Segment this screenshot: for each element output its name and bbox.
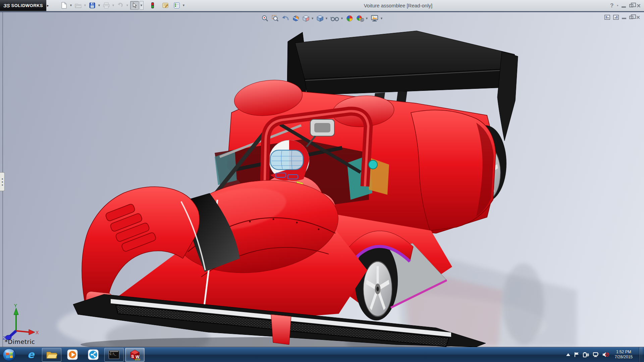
section-view-button[interactable] (292, 14, 300, 22)
print-caret[interactable]: ▼ (111, 1, 115, 10)
display-style-button[interactable] (316, 14, 324, 22)
system-tray: 1:52 PM 7/28/2015 (566, 347, 644, 362)
doc-close-button[interactable]: × (636, 14, 640, 20)
tray-time: 1:52 PM (615, 350, 633, 355)
power-battery-icon[interactable] (583, 352, 589, 357)
restore-button[interactable] (629, 4, 633, 7)
share-app-icon (88, 349, 99, 360)
title-bar: ЗS SOLIDWORKS ▸ ▼ ▼ ▼ ▼ ▼ (0, 0, 644, 11)
view-orientation-button[interactable] (302, 14, 310, 22)
standard-toolbar: ▼ ▼ ▼ ▼ ▼ ▼ (60, 1, 186, 10)
collapse-left-panel-button[interactable]: ◂ (604, 15, 610, 20)
tray-date: 7/28/2015 (615, 355, 633, 360)
ds-logo-mark: ЗS (3, 3, 10, 8)
taskbar-windows-explorer[interactable] (42, 348, 61, 362)
taskbar-share-app[interactable] (84, 348, 103, 362)
edit-note-button[interactable] (161, 1, 170, 10)
folder-icon (46, 350, 57, 359)
view-orientation-label: *Dimetric (5, 338, 35, 345)
triad-x-label: X (36, 330, 39, 335)
internet-explorer-icon: e (28, 350, 34, 360)
triad-y-label: Y (14, 303, 17, 308)
solidworks-2015-icon: S W 2015 (129, 349, 141, 360)
previous-view-button[interactable] (281, 14, 290, 22)
doc-restore-button[interactable] (629, 16, 633, 19)
help-caret[interactable]: ▾ (617, 4, 618, 7)
new-caret[interactable]: ▼ (69, 1, 73, 10)
view-orientation-caret[interactable]: ▼ (311, 17, 314, 20)
edit-appearance-button[interactable] (345, 14, 354, 22)
media-player-icon (67, 349, 78, 360)
taskbar-internet-explorer[interactable]: e (21, 348, 41, 362)
close-button[interactable]: × (637, 2, 641, 9)
network-icon[interactable] (593, 352, 599, 357)
select-caret[interactable]: ▼ (140, 1, 144, 10)
taskbar-media-player[interactable] (63, 348, 82, 362)
window-title: Voiture assomblee [Read-only] (364, 0, 432, 11)
help-button[interactable]: ? (610, 3, 613, 8)
graphics-viewport[interactable]: ▼ ▼ ▼ ▼ ▼ ◂ ▸ × ◄ (0, 12, 644, 347)
doc-minimize-button[interactable] (622, 18, 626, 19)
minimize-button[interactable] (622, 6, 626, 8)
expand-right-panel-button[interactable]: ▸ (613, 15, 619, 20)
options-caret[interactable]: ▼ (182, 1, 186, 10)
menu-flyout-arrow[interactable]: ▸ (47, 3, 49, 8)
flyout-arrow-icon: ◄ (1, 178, 3, 180)
select-tool-button[interactable] (130, 1, 139, 10)
volume-muted-icon[interactable] (602, 352, 609, 357)
windows-taskbar: e C:\_ S W 2015 (0, 347, 644, 362)
zoom-to-fit-button[interactable] (261, 14, 269, 22)
svg-text:S: S (131, 354, 134, 359)
hide-show-caret[interactable]: ▼ (340, 17, 343, 20)
hide-show-items-button[interactable] (330, 14, 339, 22)
flyout-arrow-icon: ◄ (1, 181, 3, 183)
open-button[interactable] (74, 1, 83, 10)
headsup-view-toolbar: ▼ ▼ ▼ ▼ ▼ (261, 14, 383, 22)
options-button[interactable] (172, 1, 181, 10)
solidworks-logo: ЗS SOLIDWORKS (0, 0, 46, 11)
stoplight-button[interactable] (148, 1, 157, 10)
display-style-caret[interactable]: ▼ (325, 17, 328, 20)
logo-text: SOLIDWORKS (11, 3, 43, 8)
save-button[interactable] (88, 1, 97, 10)
undo-caret[interactable]: ▼ (125, 1, 129, 10)
view-settings-button[interactable] (370, 14, 379, 22)
taskbar-command-prompt[interactable]: C:\_ (104, 348, 124, 362)
command-prompt-icon: C:\_ (109, 350, 119, 359)
save-caret[interactable]: ▼ (97, 1, 101, 10)
hidden-icons-button[interactable] (566, 353, 570, 356)
undo-button[interactable] (116, 1, 125, 10)
taskbar-solidworks[interactable]: S W 2015 (125, 348, 145, 362)
3d-model-red-race-car[interactable] (0, 12, 644, 347)
start-button[interactable] (3, 348, 16, 361)
open-caret[interactable]: ▼ (83, 1, 87, 10)
apply-scene-button[interactable] (356, 14, 364, 22)
solidworks-screen: ЗS SOLIDWORKS ▸ ▼ ▼ ▼ ▼ ▼ (0, 0, 644, 362)
svg-text:2015: 2015 (135, 358, 140, 361)
print-button[interactable] (102, 1, 111, 10)
feature-manager-flyout-tab[interactable]: ◄ ◄ ◄ (0, 172, 5, 191)
flyout-arrow-icon: ◄ (1, 184, 3, 186)
reference-triad: Y X Z (0, 303, 40, 340)
window-controls: ? ▾ × (610, 0, 641, 11)
document-window-controls: ◂ ▸ × (604, 14, 640, 20)
taskbar-clock[interactable]: 1:52 PM 7/28/2015 (615, 350, 633, 360)
action-center-flag-icon[interactable] (574, 352, 579, 357)
apply-scene-caret[interactable]: ▼ (365, 17, 368, 20)
view-settings-caret[interactable]: ▼ (380, 17, 383, 20)
show-desktop-button[interactable] (639, 347, 643, 362)
zoom-to-area-button[interactable] (271, 14, 279, 22)
new-document-button[interactable] (60, 1, 68, 10)
